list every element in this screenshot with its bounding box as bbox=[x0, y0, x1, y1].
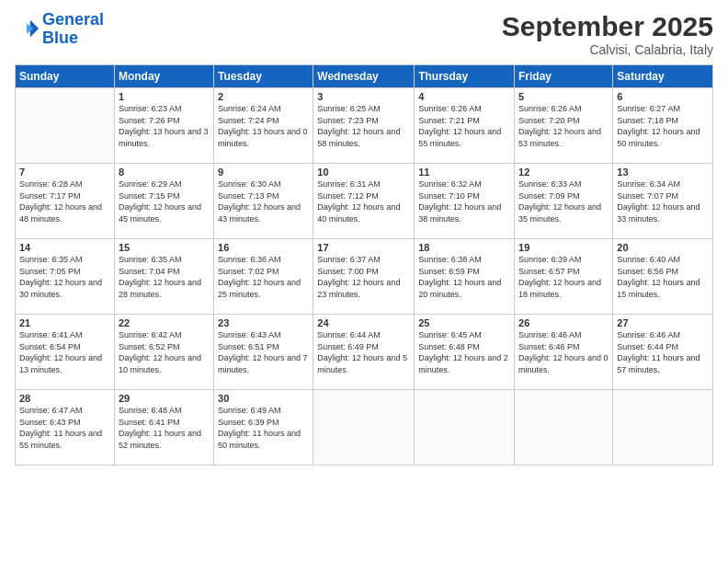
calendar-cell bbox=[415, 390, 515, 465]
calendar-week-row: 1 Sunrise: 6:23 AMSunset: 7:26 PMDayligh… bbox=[16, 88, 713, 164]
calendar-cell: 19 Sunrise: 6:39 AMSunset: 6:57 PMDaylig… bbox=[515, 239, 613, 315]
day-number: 1 bbox=[119, 91, 210, 102]
day-info: Sunrise: 6:38 AMSunset: 6:59 PMDaylight:… bbox=[418, 254, 510, 300]
calendar-cell: 21 Sunrise: 6:41 AMSunset: 6:54 PMDaylig… bbox=[16, 315, 115, 390]
header-wednesday: Wednesday bbox=[313, 65, 415, 88]
calendar-cell: 2 Sunrise: 6:24 AMSunset: 7:24 PMDayligh… bbox=[214, 88, 313, 164]
calendar-cell: 24 Sunrise: 6:44 AMSunset: 6:49 PMDaylig… bbox=[313, 315, 415, 390]
day-number: 20 bbox=[617, 242, 709, 253]
day-number: 28 bbox=[19, 393, 110, 404]
calendar-cell: 23 Sunrise: 6:43 AMSunset: 6:51 PMDaylig… bbox=[214, 315, 313, 390]
calendar-cell bbox=[16, 88, 115, 164]
day-info: Sunrise: 6:31 AMSunset: 7:12 PMDaylight:… bbox=[317, 178, 410, 224]
day-info: Sunrise: 6:32 AMSunset: 7:10 PMDaylight:… bbox=[418, 178, 510, 224]
calendar-cell: 17 Sunrise: 6:37 AMSunset: 7:00 PMDaylig… bbox=[313, 239, 415, 315]
page: General Blue September 2025 Calvisi, Cal… bbox=[0, 0, 728, 563]
day-info: Sunrise: 6:48 AMSunset: 6:41 PMDaylight:… bbox=[119, 405, 210, 451]
day-info: Sunrise: 6:42 AMSunset: 6:52 PMDaylight:… bbox=[119, 329, 210, 375]
header-monday: Monday bbox=[114, 65, 213, 88]
calendar-cell: 30 Sunrise: 6:49 AMSunset: 6:39 PMDaylig… bbox=[214, 390, 313, 465]
logo-line2: Blue bbox=[42, 29, 78, 47]
calendar-cell: 13 Sunrise: 6:34 AMSunset: 7:07 PMDaylig… bbox=[613, 164, 713, 239]
title-block: September 2025 Calvisi, Calabria, Italy bbox=[502, 11, 713, 57]
calendar-cell: 10 Sunrise: 6:31 AMSunset: 7:12 PMDaylig… bbox=[313, 164, 415, 239]
calendar-cell: 20 Sunrise: 6:40 AMSunset: 6:56 PMDaylig… bbox=[613, 239, 713, 315]
day-number: 8 bbox=[119, 167, 210, 178]
day-info: Sunrise: 6:24 AMSunset: 7:24 PMDaylight:… bbox=[218, 103, 309, 149]
calendar-cell: 1 Sunrise: 6:23 AMSunset: 7:26 PMDayligh… bbox=[114, 88, 213, 164]
logo-icon bbox=[15, 17, 40, 42]
header-friday: Friday bbox=[515, 65, 613, 88]
calendar-cell: 3 Sunrise: 6:25 AMSunset: 7:23 PMDayligh… bbox=[313, 88, 415, 164]
calendar-cell: 5 Sunrise: 6:26 AMSunset: 7:20 PMDayligh… bbox=[515, 88, 613, 164]
calendar-cell: 12 Sunrise: 6:33 AMSunset: 7:09 PMDaylig… bbox=[515, 164, 613, 239]
logo: General Blue bbox=[15, 11, 104, 48]
calendar-cell: 22 Sunrise: 6:42 AMSunset: 6:52 PMDaylig… bbox=[114, 315, 213, 390]
day-number: 21 bbox=[19, 317, 110, 328]
day-info: Sunrise: 6:47 AMSunset: 6:43 PMDaylight:… bbox=[19, 405, 110, 451]
calendar-cell: 28 Sunrise: 6:47 AMSunset: 6:43 PMDaylig… bbox=[16, 390, 115, 465]
day-number: 30 bbox=[218, 393, 309, 404]
day-number: 6 bbox=[617, 91, 709, 102]
day-info: Sunrise: 6:49 AMSunset: 6:39 PMDaylight:… bbox=[218, 405, 309, 451]
day-number: 22 bbox=[119, 317, 210, 328]
calendar-cell: 29 Sunrise: 6:48 AMSunset: 6:41 PMDaylig… bbox=[114, 390, 213, 465]
calendar-week-row: 7 Sunrise: 6:28 AMSunset: 7:17 PMDayligh… bbox=[16, 164, 713, 239]
calendar-cell: 6 Sunrise: 6:27 AMSunset: 7:18 PMDayligh… bbox=[613, 88, 713, 164]
day-info: Sunrise: 6:46 AMSunset: 6:46 PMDaylight:… bbox=[518, 329, 609, 375]
day-number: 29 bbox=[119, 393, 210, 404]
day-number: 27 bbox=[617, 317, 709, 328]
day-info: Sunrise: 6:43 AMSunset: 6:51 PMDaylight:… bbox=[218, 329, 309, 375]
calendar-week-row: 21 Sunrise: 6:41 AMSunset: 6:54 PMDaylig… bbox=[16, 315, 713, 390]
calendar-cell: 9 Sunrise: 6:30 AMSunset: 7:13 PMDayligh… bbox=[214, 164, 313, 239]
location-title: Calvisi, Calabria, Italy bbox=[502, 42, 713, 57]
day-number: 18 bbox=[418, 242, 510, 253]
day-number: 13 bbox=[617, 167, 709, 178]
day-number: 2 bbox=[218, 91, 309, 102]
day-number: 15 bbox=[119, 242, 210, 253]
day-number: 5 bbox=[518, 91, 609, 102]
weekday-header-row: Sunday Monday Tuesday Wednesday Thursday… bbox=[16, 65, 713, 88]
day-number: 12 bbox=[518, 167, 609, 178]
day-info: Sunrise: 6:46 AMSunset: 6:44 PMDaylight:… bbox=[617, 329, 709, 375]
day-info: Sunrise: 6:28 AMSunset: 7:17 PMDaylight:… bbox=[19, 178, 110, 224]
calendar-week-row: 14 Sunrise: 6:35 AMSunset: 7:05 PMDaylig… bbox=[16, 239, 713, 315]
calendar-cell: 26 Sunrise: 6:46 AMSunset: 6:46 PMDaylig… bbox=[515, 315, 613, 390]
calendar-cell: 18 Sunrise: 6:38 AMSunset: 6:59 PMDaylig… bbox=[415, 239, 515, 315]
day-number: 7 bbox=[19, 167, 110, 178]
day-number: 16 bbox=[218, 242, 309, 253]
header-thursday: Thursday bbox=[415, 65, 515, 88]
day-number: 11 bbox=[418, 167, 510, 178]
day-info: Sunrise: 6:37 AMSunset: 7:00 PMDaylight:… bbox=[317, 254, 410, 300]
calendar-week-row: 28 Sunrise: 6:47 AMSunset: 6:43 PMDaylig… bbox=[16, 390, 713, 465]
calendar: Sunday Monday Tuesday Wednesday Thursday… bbox=[15, 64, 713, 465]
header: General Blue September 2025 Calvisi, Cal… bbox=[15, 11, 713, 57]
calendar-cell: 16 Sunrise: 6:36 AMSunset: 7:02 PMDaylig… bbox=[214, 239, 313, 315]
day-info: Sunrise: 6:30 AMSunset: 7:13 PMDaylight:… bbox=[218, 178, 309, 224]
calendar-cell: 27 Sunrise: 6:46 AMSunset: 6:44 PMDaylig… bbox=[613, 315, 713, 390]
day-info: Sunrise: 6:40 AMSunset: 6:56 PMDaylight:… bbox=[617, 254, 709, 300]
header-sunday: Sunday bbox=[16, 65, 115, 88]
header-saturday: Saturday bbox=[613, 65, 713, 88]
calendar-cell: 14 Sunrise: 6:35 AMSunset: 7:05 PMDaylig… bbox=[16, 239, 115, 315]
day-number: 23 bbox=[218, 317, 309, 328]
logo-text: General Blue bbox=[42, 11, 104, 48]
day-number: 4 bbox=[418, 91, 510, 102]
calendar-cell: 8 Sunrise: 6:29 AMSunset: 7:15 PMDayligh… bbox=[114, 164, 213, 239]
day-info: Sunrise: 6:44 AMSunset: 6:49 PMDaylight:… bbox=[317, 329, 410, 375]
day-info: Sunrise: 6:34 AMSunset: 7:07 PMDaylight:… bbox=[617, 178, 709, 224]
calendar-cell: 4 Sunrise: 6:26 AMSunset: 7:21 PMDayligh… bbox=[415, 88, 515, 164]
day-info: Sunrise: 6:23 AMSunset: 7:26 PMDaylight:… bbox=[119, 103, 210, 149]
day-info: Sunrise: 6:35 AMSunset: 7:05 PMDaylight:… bbox=[19, 254, 110, 300]
day-info: Sunrise: 6:25 AMSunset: 7:23 PMDaylight:… bbox=[317, 103, 410, 149]
day-info: Sunrise: 6:35 AMSunset: 7:04 PMDaylight:… bbox=[119, 254, 210, 300]
day-number: 9 bbox=[218, 167, 309, 178]
day-number: 24 bbox=[317, 317, 410, 328]
day-number: 17 bbox=[317, 242, 410, 253]
day-info: Sunrise: 6:41 AMSunset: 6:54 PMDaylight:… bbox=[19, 329, 110, 375]
calendar-cell: 11 Sunrise: 6:32 AMSunset: 7:10 PMDaylig… bbox=[415, 164, 515, 239]
day-number: 19 bbox=[518, 242, 609, 253]
day-info: Sunrise: 6:26 AMSunset: 7:21 PMDaylight:… bbox=[418, 103, 510, 149]
day-info: Sunrise: 6:45 AMSunset: 6:48 PMDaylight:… bbox=[418, 329, 510, 375]
day-number: 10 bbox=[317, 167, 410, 178]
